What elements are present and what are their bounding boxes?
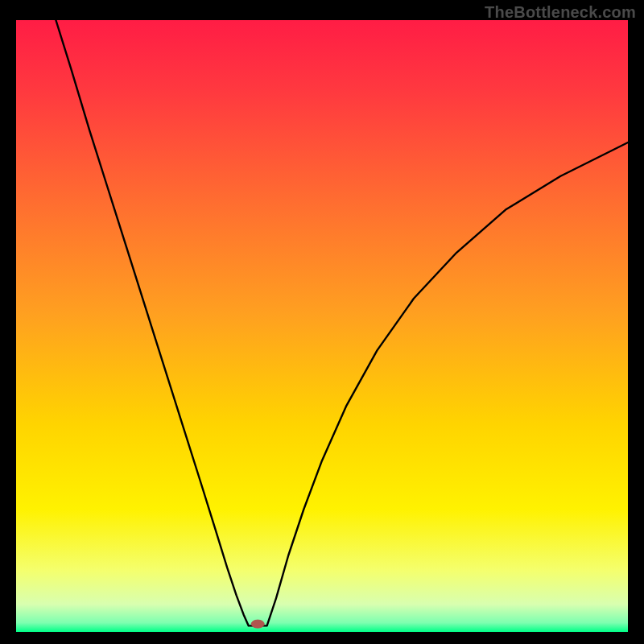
watermark-text: TheBottleneck.com xyxy=(485,3,636,22)
chart-frame: TheBottleneck.com xyxy=(0,0,644,644)
bottleneck-plot xyxy=(16,20,628,632)
optimum-marker xyxy=(251,620,264,628)
gradient-background xyxy=(16,20,628,632)
